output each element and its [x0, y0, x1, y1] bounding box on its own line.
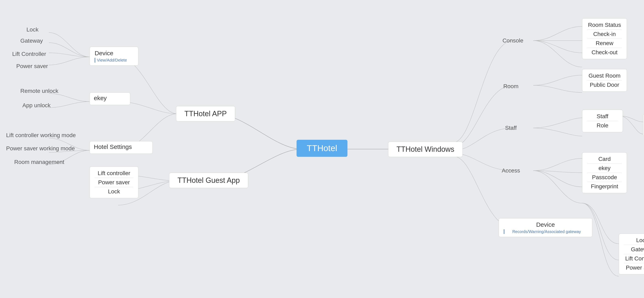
tthotel-app-node: TTHotel APP [177, 106, 234, 122]
device-power-saver: Power Saver [624, 263, 644, 272]
console-item-renew: Renew [587, 39, 622, 48]
console-item-checkout: Check-out [587, 48, 622, 57]
room-item-guest: Guest Room [587, 71, 622, 80]
app-device-subtitle: View/Add/Delete [95, 58, 133, 63]
console-node: Console [494, 34, 531, 47]
room-node: Room [494, 80, 527, 92]
access-item-card: Card [587, 154, 622, 163]
access-items-box: Card ekey Passcode Fingerprint [582, 152, 627, 193]
mindmap-container: TTHotel TTHotel Windows Console Room Sta… [0, 0, 644, 298]
staff-item-staff: Staff [587, 112, 618, 121]
app-lift-controller-node: Lift Controller [12, 51, 46, 57]
app-hotel-settings-title: Hotel Settings [94, 144, 148, 150]
app-power-working-mode-node: Power saver working mode [6, 145, 75, 151]
access-item-ekey: ekey [587, 163, 622, 173]
access-node: Access [494, 164, 527, 177]
app-ekey-group: ekey [90, 92, 130, 105]
app-lock-node: Lock [26, 26, 38, 33]
staff-node: Staff [494, 122, 527, 134]
guest-app-items-box: Lift controller Power saver Lock [90, 166, 138, 198]
device-node-right: Device Records/Warning/Associated gatewa… [494, 219, 596, 236]
console-items-box: Room Status Check-in Renew Check-out [582, 18, 627, 59]
staff-item-role: Role [587, 121, 618, 130]
app-device-group: Device View/Add/Delete [90, 47, 138, 66]
tthotel-windows-node: TTHotel Windows [395, 141, 456, 157]
room-items-box: Guest Room Public Door [582, 69, 627, 92]
app-gateway-node: Gateway [20, 38, 43, 44]
app-power-saver-node: Power saver [16, 63, 48, 69]
guest-lift-controller: Lift controller [95, 169, 133, 178]
tthotel-app-label: TTHotel APP [176, 106, 235, 122]
app-ekey-title: ekey [94, 95, 126, 102]
app-room-management-node: Room management [14, 159, 64, 165]
device-group-right: Device Records/Warning/Associated gatewa… [499, 218, 592, 237]
device-lift-controller: Lift Controller [624, 254, 644, 263]
device-right-title: Device [504, 221, 587, 228]
device-right-subtitle: Records/Warning/Associated gateway [504, 229, 587, 234]
access-item-passcode: Passcode [587, 173, 622, 182]
staff-items-box: Staff Role [582, 110, 623, 132]
console-item-checkin: Check-in [587, 29, 622, 39]
device-sub-items-box: Lock Gateway Lift Controller Power Saver [619, 234, 644, 275]
app-lift-working-mode-node: Lift controller working mode [6, 132, 76, 138]
tthotel-windows-label: TTHotel Windows [388, 142, 463, 157]
staff-details-box: Grant Access Staff Details [643, 114, 644, 136]
access-item-fingerprint: Fingerprint [587, 182, 622, 191]
center-node: TTHotel [302, 138, 342, 158]
guest-lock: Lock [95, 187, 133, 196]
app-device-title: Device [95, 50, 133, 57]
app-app-unlock-node: App unlock [22, 102, 51, 109]
center-label: TTHotel [296, 140, 347, 157]
app-hotel-settings-group: Hotel Settings [90, 141, 153, 154]
app-remote-unlock-node: Remote unlock [20, 88, 58, 94]
guest-power-saver: Power saver [95, 178, 133, 187]
tthotel-guest-app-label: TTHotel Guest App [169, 173, 248, 188]
console-item-room-status: Room Status [587, 20, 622, 29]
tthotel-guest-app-node: TTHotel Guest App [177, 172, 240, 188]
device-gateway: Gateway [624, 245, 644, 254]
device-lock: Lock [624, 236, 644, 245]
room-item-public: Public Door [587, 80, 622, 89]
